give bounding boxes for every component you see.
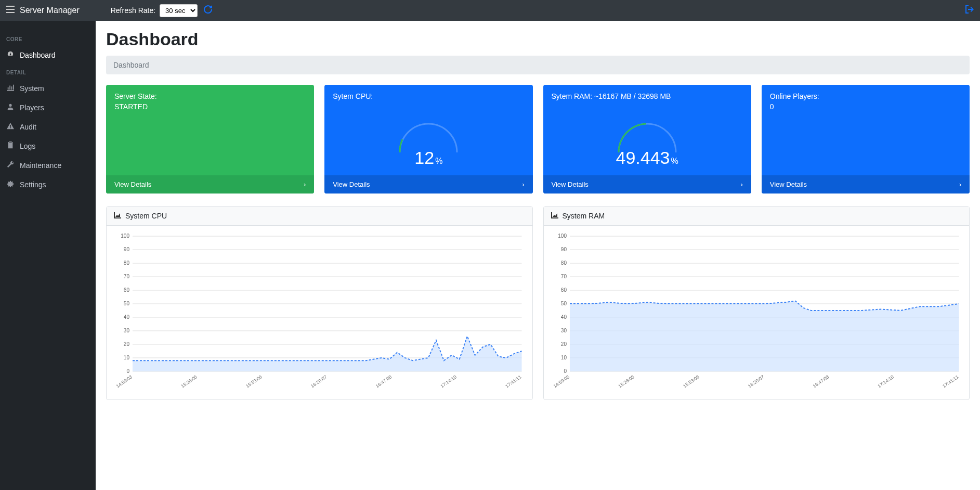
ram-card: Sytem RAM: ~16167 MB / 32698 MB 49.443% …: [543, 85, 751, 194]
svg-text:10: 10: [560, 355, 567, 360]
server-state-value: STARTED: [114, 102, 306, 111]
svg-text:16:20:07: 16:20:07: [310, 374, 328, 389]
cpu-card-title: Sytem CPU:: [333, 92, 524, 100]
svg-text:15:53:06: 15:53:06: [245, 374, 263, 389]
svg-text:17:14:10: 17:14:10: [877, 374, 894, 389]
svg-text:10: 10: [124, 355, 130, 360]
refresh-rate-label: Refresh Rate:: [111, 6, 155, 15]
app-brand: Server Manager: [20, 6, 80, 15]
chart-icon: [6, 84, 15, 93]
ram-gauge-arc: [611, 111, 684, 158]
svg-text:70: 70: [124, 274, 130, 279]
svg-text:30: 30: [560, 328, 567, 333]
breadcrumb: Dashboard: [106, 56, 970, 74]
ram-chart-panel: System RAM 010203040506070809010014:59:0…: [543, 206, 970, 400]
svg-text:50: 50: [124, 301, 130, 306]
sidebar-item-maintenance[interactable]: Maintenance: [0, 156, 96, 175]
svg-text:80: 80: [560, 260, 567, 266]
gauge-icon: [6, 50, 15, 59]
view-details-label: View Details: [552, 180, 589, 188]
players-details-link[interactable]: View Details ›: [762, 175, 970, 194]
sidebar-item-label: Players: [20, 104, 44, 112]
charts-row: System CPU 010203040506070809010014:59:0…: [106, 206, 970, 400]
ram-chart-title: System RAM: [563, 212, 605, 220]
svg-text:90: 90: [124, 247, 130, 252]
cpu-details-link[interactable]: View Details ›: [324, 175, 532, 194]
svg-text:20: 20: [124, 341, 130, 347]
players-card-value: 0: [770, 102, 961, 111]
view-details-label: View Details: [114, 180, 151, 188]
user-icon: [6, 103, 15, 112]
svg-text:0: 0: [564, 368, 567, 374]
ram-chart: 010203040506070809010014:59:0315:26:0515…: [549, 231, 964, 392]
svg-text:80: 80: [124, 260, 130, 266]
refresh-icon[interactable]: [204, 5, 212, 16]
sidebar-item-label: Logs: [20, 142, 35, 150]
svg-text:15:53:06: 15:53:06: [682, 374, 700, 389]
chevron-right-icon: ›: [304, 180, 306, 188]
sidebar-section-label: DETAIL: [0, 65, 96, 79]
svg-text:15:26:05: 15:26:05: [617, 374, 635, 389]
sidebar-item-audit[interactable]: Audit: [0, 117, 96, 136]
wrench-icon: [6, 161, 15, 170]
refresh-rate-control: Refresh Rate: 30 sec: [111, 4, 212, 17]
players-card-title: Online Players:: [770, 92, 961, 100]
svg-text:20: 20: [560, 341, 567, 347]
server-state-card: Server State: STARTED View Details ›: [106, 85, 314, 194]
sidebar-item-label: Audit: [20, 123, 36, 131]
topbar: Server Manager Refresh Rate: 30 sec: [0, 0, 980, 21]
svg-text:30: 30: [124, 328, 130, 333]
svg-text:14:59:03: 14:59:03: [115, 374, 133, 389]
svg-text:100: 100: [558, 233, 567, 239]
warn-icon: [6, 122, 15, 131]
svg-text:40: 40: [560, 314, 567, 320]
sidebar-item-players[interactable]: Players: [0, 98, 96, 117]
area-chart-icon: [551, 212, 558, 220]
players-card: Online Players: 0 View Details ›: [762, 85, 970, 194]
svg-text:50: 50: [560, 301, 567, 306]
sidebar-item-label: System: [20, 84, 44, 93]
ram-details-link[interactable]: View Details ›: [543, 175, 751, 194]
cpu-gauge-arc: [392, 111, 465, 158]
sidebar-item-label: Dashboard: [20, 51, 56, 59]
sidebar-item-settings[interactable]: Settings: [0, 175, 96, 194]
svg-text:14:59:03: 14:59:03: [552, 374, 570, 389]
svg-text:15:26:05: 15:26:05: [180, 374, 198, 389]
svg-text:0: 0: [126, 368, 129, 374]
svg-text:17:41:11: 17:41:11: [504, 374, 522, 389]
svg-text:17:14:10: 17:14:10: [440, 374, 458, 389]
sidebar-item-system[interactable]: System: [0, 79, 96, 98]
svg-text:17:41:11: 17:41:11: [942, 374, 959, 389]
refresh-rate-select[interactable]: 30 sec: [160, 4, 198, 17]
svg-text:16:47:08: 16:47:08: [375, 374, 393, 389]
cpu-chart-title: System CPU: [125, 212, 167, 220]
server-state-details-link[interactable]: View Details ›: [106, 175, 314, 194]
page-title: Dashboard: [106, 29, 970, 49]
cpu-chart: 010203040506070809010014:59:0315:26:0515…: [112, 231, 527, 392]
chevron-right-icon: ›: [740, 180, 742, 188]
sidebar-item-dashboard[interactable]: Dashboard: [0, 45, 96, 65]
cpu-card: Sytem CPU: 12% View Details ›: [324, 85, 532, 194]
cpu-chart-panel: System CPU 010203040506070809010014:59:0…: [106, 206, 533, 400]
svg-text:60: 60: [560, 287, 567, 293]
sidebar-item-label: Settings: [20, 180, 46, 189]
menu-toggle-icon[interactable]: [6, 6, 15, 15]
svg-text:70: 70: [560, 274, 567, 279]
chevron-right-icon: ›: [959, 180, 961, 188]
svg-text:60: 60: [124, 287, 130, 293]
sidebar-item-label: Maintenance: [20, 161, 61, 170]
svg-text:100: 100: [121, 233, 129, 239]
ram-card-title: Sytem RAM: ~16167 MB / 32698 MB: [552, 92, 743, 100]
cogs-icon: [6, 180, 15, 189]
sidebar-section-label: CORE: [0, 31, 96, 45]
svg-text:90: 90: [560, 247, 567, 252]
svg-text:40: 40: [124, 314, 130, 320]
main-content: Dashboard Dashboard Server State: STARTE…: [96, 21, 980, 490]
server-state-title: Server State:: [114, 92, 306, 100]
logout-icon[interactable]: [965, 5, 974, 16]
chevron-right-icon: ›: [522, 180, 524, 188]
area-chart-icon: [114, 212, 121, 220]
sidebar: COREDashboardDETAILSystemPlayersAuditLog…: [0, 21, 96, 490]
svg-text:16:47:08: 16:47:08: [812, 374, 829, 389]
sidebar-item-logs[interactable]: Logs: [0, 136, 96, 156]
